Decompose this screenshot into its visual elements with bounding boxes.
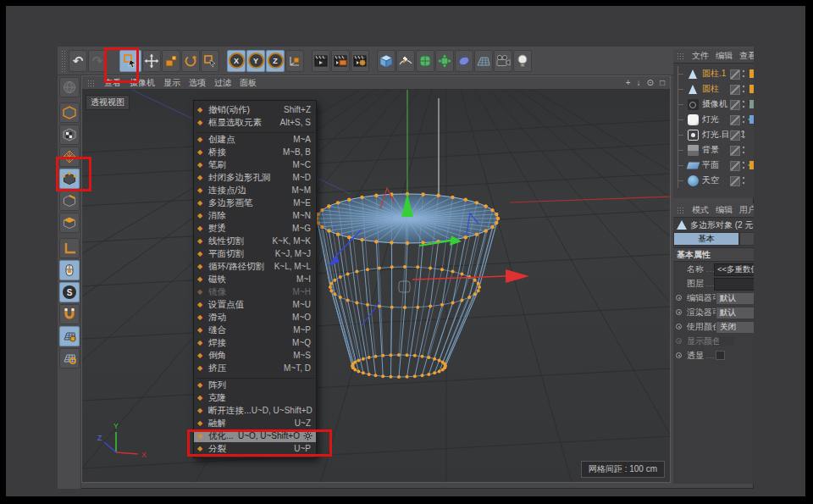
edges-mode-button[interactable] <box>59 191 80 211</box>
context-menu-item[interactable]: 设置点值 M~U <box>194 298 316 311</box>
use-color-dropdown[interactable]: 关闭 <box>716 321 754 334</box>
undo-button[interactable]: ↶ <box>69 50 87 72</box>
layer-square[interactable] <box>730 115 740 125</box>
attribute-manager-handle[interactable] <box>677 207 685 213</box>
viewport-menu-camera[interactable]: 摄像机 <box>130 77 155 89</box>
convert-object-button[interactable] <box>59 77 80 97</box>
context-menu-item[interactable]: 撤销(动作) Shift+Z <box>194 103 316 116</box>
volume-button[interactable] <box>455 50 473 72</box>
visibility-dots[interactable] <box>742 130 745 140</box>
lock-z-axis-button[interactable]: Z <box>266 50 285 72</box>
texture-axis-mode-button[interactable] <box>59 147 80 167</box>
context-menu-item[interactable]: 焊接 M~Q <box>194 336 316 349</box>
zoom-view-icon[interactable]: ↓ <box>637 78 641 87</box>
context-menu-item[interactable]: 倒角 M~S <box>194 349 316 362</box>
viewport-menu-options[interactable]: 选项 <box>189 77 206 89</box>
object-row[interactable]: 圆柱 ✓ ✕ <box>673 81 754 97</box>
model-mode-button[interactable] <box>59 102 80 123</box>
context-menu-item[interactable]: 磁铁 M~I <box>194 273 316 285</box>
viewport-scene[interactable]: YXZ 透视视图 网格间距 : 100 cm <box>82 90 670 482</box>
render-picture-viewer-button[interactable] <box>331 50 350 72</box>
context-menu-item[interactable]: 滑动 M~O <box>194 311 316 324</box>
object-manager-handle[interactable] <box>677 53 685 59</box>
scale-tool-button[interactable] <box>162 50 180 72</box>
layer-square[interactable] <box>730 69 740 80</box>
object-row[interactable]: 圆柱.1 ✓ ✕ <box>673 66 754 81</box>
visibility-dots[interactable] <box>742 114 745 125</box>
snap-settings-button[interactable] <box>59 304 80 324</box>
redo-button[interactable]: ↷ <box>88 50 107 72</box>
am-menu-mode[interactable]: 模式 <box>692 204 709 216</box>
animation-dot[interactable] <box>676 295 682 301</box>
camera-button[interactable] <box>494 50 512 72</box>
viewport-3d-scene[interactable]: YXZ <box>82 90 670 482</box>
live-selection-button[interactable] <box>119 50 141 72</box>
workplane-lock-button[interactable] <box>59 326 80 346</box>
name-field[interactable]: <<多重数值 <box>714 263 754 276</box>
context-menu-item[interactable]: 线性切割 K~K, M~K <box>194 235 316 247</box>
visibility-dots[interactable] <box>742 69 745 79</box>
tweak-mode-button[interactable] <box>59 260 80 280</box>
visibility-dots[interactable] <box>742 99 745 109</box>
animation-dot[interactable] <box>676 309 682 315</box>
context-menu-item[interactable]: 融解 U~Z <box>194 417 316 429</box>
context-menu-item[interactable]: 克隆 <box>194 391 316 404</box>
light-button[interactable] <box>513 50 532 72</box>
context-menu-item[interactable]: 挤压 M~T, D <box>194 362 316 374</box>
animation-dot[interactable] <box>676 338 682 344</box>
context-menu-item[interactable]: 多边形画笔 M~E <box>194 197 316 209</box>
deformer-button[interactable] <box>435 50 454 72</box>
object-tag[interactable] <box>749 69 754 78</box>
viewport-menu-panel[interactable]: 面板 <box>240 77 257 89</box>
display-color-swatch[interactable] <box>719 336 734 346</box>
object-row[interactable]: 灯光 ✓ ✕ <box>673 112 754 127</box>
animation-dot[interactable] <box>676 352 682 358</box>
visibility-dots[interactable] <box>742 160 745 170</box>
visibility-dots[interactable] <box>742 175 745 186</box>
context-menu-item[interactable]: 框显选取元素 Alt+S, S <box>194 116 316 129</box>
layer-square[interactable] <box>730 100 740 110</box>
layer-square[interactable] <box>730 146 740 156</box>
rotate-view-icon[interactable]: ⊙ <box>647 78 654 87</box>
context-menu-item[interactable]: 循环/路径切割 K~L, M~L <box>194 260 316 273</box>
points-mode-button[interactable] <box>59 169 80 189</box>
context-menu-item[interactable]: 镜像 M~H <box>194 285 316 298</box>
toggle-view-icon[interactable]: □ <box>660 78 665 87</box>
layer-square[interactable] <box>730 161 740 171</box>
object-row[interactable]: 灯光.目标.1 ✓ ✕ <box>673 127 754 142</box>
object-row[interactable]: 摄像机 ✓ ✕ <box>673 97 754 112</box>
viewport-menu-view[interactable]: 查看 <box>104 77 121 89</box>
layer-square[interactable] <box>730 176 740 186</box>
am-menu-edit[interactable]: 编辑 <box>716 204 733 216</box>
context-menu-item[interactable]: 桥接 M~B, B <box>194 146 316 158</box>
context-menu-item[interactable]: 连接点/边 M~M <box>194 184 316 197</box>
tab-basic[interactable]: 基本 <box>673 232 739 246</box>
polygons-mode-button[interactable] <box>59 213 80 233</box>
move-tool-button[interactable] <box>142 50 161 72</box>
view-label[interactable]: 透视视图 <box>86 95 130 110</box>
render-settings-button[interactable] <box>351 50 369 72</box>
om-menu-view[interactable]: 查看 <box>739 50 754 62</box>
render-view-button[interactable] <box>312 50 330 72</box>
add-cube-primitive-button[interactable] <box>377 50 395 72</box>
object-row[interactable]: 背景 ✓ ✕ <box>673 142 754 158</box>
planar-workplane-button[interactable] <box>59 348 80 368</box>
context-menu-item[interactable]: 缝合 M~P <box>194 324 316 336</box>
context-menu-item[interactable]: 消除 M~N <box>194 209 316 222</box>
layer-field[interactable] <box>714 278 754 291</box>
render-visible-dropdown[interactable]: 默认 <box>716 307 754 319</box>
animation-dot[interactable] <box>676 324 682 330</box>
last-tool-button[interactable] <box>201 50 219 72</box>
tab-coordinates[interactable]: 坐标 <box>739 232 754 246</box>
viewport-menu-handle[interactable] <box>87 80 96 86</box>
context-menu-item[interactable]: 平面切割 K~J, M~J <box>194 247 316 260</box>
om-menu-edit[interactable]: 编辑 <box>716 50 733 62</box>
object-tag[interactable] <box>749 85 754 93</box>
command-options-gear-icon[interactable] <box>303 431 312 440</box>
pan-view-icon[interactable]: + <box>626 78 631 87</box>
visibility-dots[interactable] <box>742 145 745 155</box>
lock-y-axis-button[interactable]: Y <box>246 50 265 72</box>
texture-mode-button[interactable] <box>59 125 80 145</box>
object-tag[interactable] <box>749 115 754 124</box>
visibility-dots[interactable] <box>742 84 745 94</box>
